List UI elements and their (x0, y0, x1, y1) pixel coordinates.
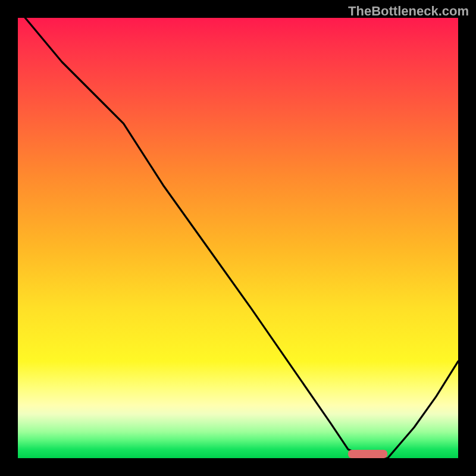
optimal-range-marker (348, 450, 387, 458)
chart-curve-svg (18, 18, 458, 458)
chart-curve-path (18, 18, 458, 458)
chart-frame (18, 18, 458, 458)
watermark-text: TheBottleneck.com (348, 4, 469, 19)
